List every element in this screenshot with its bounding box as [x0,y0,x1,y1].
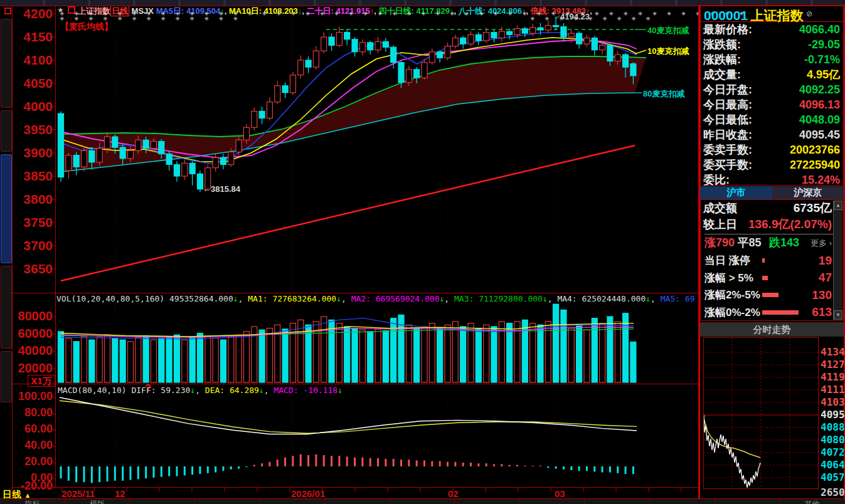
scroll-down-arrow[interactable]: ▼ [834,310,842,320]
intraday-axis-label: 4057 [821,473,845,483]
bottom-tab-7[interactable] [390,499,455,504]
bottom-tab-9[interactable] [520,499,585,504]
border-line [55,6,56,487]
quote-value: 4.95亿 [807,67,840,82]
distribution-value: 130 [812,288,832,302]
intraday-chart-frame[interactable] [703,337,819,489]
unchanged: 平85 [738,236,762,249]
indicator-segment: , [548,294,558,303]
decliners: 跌143 [769,236,799,249]
indicator-segment: , [195,386,205,395]
symbol-code: 000001 [704,8,748,23]
volume-unit-label: X1万 [28,375,55,387]
distribution-value: 47 [819,271,832,285]
trading-app-window: ★ 上证指数日线 MSJX MA5日: 4109.504↓, MA10日: 41… [0,0,845,504]
quote-label: 今日最低: [703,112,752,127]
advance-decline-row: 涨790 平85 跌143 更多 › [704,235,832,251]
quote-value: -0.71% [804,53,840,66]
intraday-axis-label: 4134 [821,347,845,357]
axis-tick-label: 60.00 [11,423,53,434]
intraday-axis-label: 4111 [821,385,845,395]
intraday-axis-label: 4119 [821,372,845,382]
axis-tick-label: 40000 [11,344,53,357]
quote-row: 委卖手数:20023766 [701,142,843,157]
quote-value: 4048.09 [799,113,840,127]
axis-tick-label: 100.00 [11,391,53,402]
distribution-row: 涨幅 > 5%47 [704,270,832,287]
indicator-segment: , [651,294,661,303]
info-icon[interactable]: ⊘ [806,9,812,18]
scroll-up-arrow[interactable]: ▲ [834,201,842,210]
indicator-segment: MA5: 691241600.000 [661,294,696,303]
bottom-tab-6[interactable] [325,499,390,504]
border-line [13,487,698,488]
market-tab-2[interactable]: 沪深京 [772,186,844,199]
indicator-segment: ↓ [646,294,651,303]
indicator-segment: ↓ [337,386,343,395]
quote-row: 成交量:4.95亿 [701,67,843,82]
border-line [13,384,698,384]
symbol-name: 上证指数 [751,8,804,23]
more-link[interactable]: 更多 › [810,238,832,249]
border-line [0,498,845,499]
indicator-segment: , [238,294,248,303]
quote-label: 涨跌幅: [703,52,741,67]
bottom-tab-10[interactable] [585,499,650,504]
bottom-tab-8[interactable] [455,499,520,504]
intraday-title-bar[interactable]: 分时走势 [700,322,844,337]
quote-row: 委买手数:27225940 [701,157,843,172]
gain-distribution: 当日 涨停19涨幅 > 5%47涨幅2%-5%130涨幅0%-2%613 [704,252,832,321]
intraday-axis-label: 4080 [821,435,845,445]
axis-tick-label: 3800 [11,192,53,206]
bottom-tab-3[interactable] [130,499,195,504]
macd-indicator-header: MACD(80,40,10) DIFF: 59.230↓, DEA: 64.28… [58,386,696,395]
bottom-tab-4[interactable] [195,499,260,504]
axis-tick-label: 4150 [11,30,53,43]
intraday-axis-label: 26505 [821,488,845,498]
axis-tick-label: 20000 [11,362,53,374]
volume-indicator-header: VOL(10,20,40,80,5,160) 495352864.000↓, M… [56,294,696,303]
quote-row: 昨日收盘:4095.45 [701,127,843,142]
indicator-segment: 495352864.000 [169,294,233,303]
indicator-segment: MA4: 625024448.000 [557,294,646,303]
distribution-bar [762,310,799,315]
bottom-tab-5[interactable] [260,499,325,504]
indicator-segment: ↓ [336,294,341,303]
bottom-tab-1[interactable]: 指标 [0,499,65,504]
distribution-bar [762,258,765,263]
date-label: 03 [555,488,565,499]
border-line [12,6,13,498]
indicator-segment: MA1: 727683264.000 [248,294,336,303]
quote-value: 4096.13 [799,98,840,112]
axis-tick-label: 40.00 [11,439,53,451]
distribution-row: 涨幅0%-2%613 [704,304,832,322]
bottom-tab-11[interactable] [650,499,715,504]
axis-tick-label: 4100 [11,53,53,66]
intraday-axis-label: 4103 [821,397,845,407]
quote-label: 昨日收盘: [703,127,752,142]
intraday-axis-label: 4095 [821,410,845,420]
quote-value: 4066.40 [799,23,840,36]
bottom-tab-12[interactable] [715,499,780,504]
quote-value: 4095.45 [799,129,840,142]
quote-label: 委卖手数: [703,142,752,157]
market-stats-panel: 成交额 6735亿 较上日 136.9亿(2.07%) 涨790 平85 跌14… [700,199,844,321]
quote-row: 最新价格:4066.40 [701,22,843,37]
axis-tick-label: 3650 [11,262,53,275]
quote-row: 委比:15.24% [701,172,843,187]
distribution-value: 19 [819,254,832,268]
axis-tick-label: 3950 [11,123,53,136]
market-tab-1[interactable]: 沪市 [700,186,772,199]
quote-value: 27225940 [790,159,840,172]
indicator-segment: ↓ [233,294,238,303]
market-tabs: 沪市沪深京 [700,186,844,199]
bottom-tab-13[interactable]: 其他 [780,499,845,504]
scrollbar[interactable]: ▲ ▼ [833,201,842,320]
indicator-segment: ↓ [543,294,548,303]
quote-label: 成交量: [703,67,741,82]
bottom-tab-2[interactable]: 模版 [65,499,130,504]
turnover-value: 6735亿 [794,200,832,216]
indicator-segment: , [341,294,351,303]
distribution-bar [762,293,779,297]
axis-tick-label: 3700 [11,239,53,252]
